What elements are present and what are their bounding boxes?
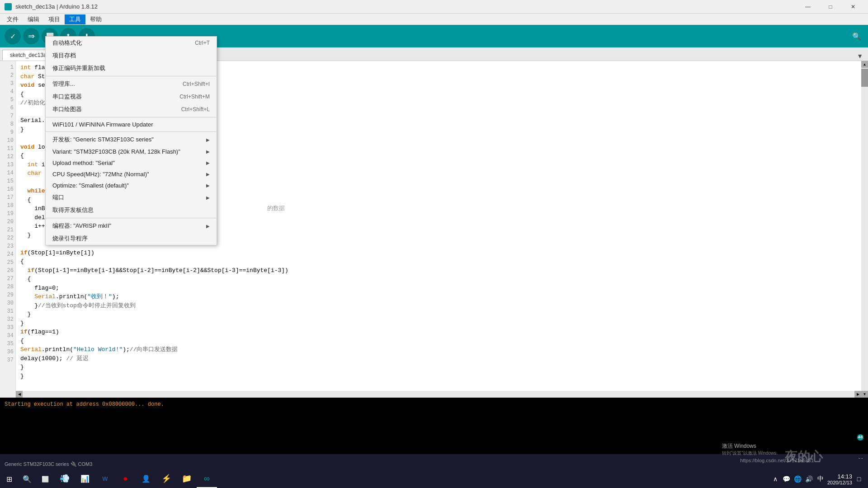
menu-fix-encoding[interactable]: 修正编码并重新加载 (46, 62, 217, 75)
menu-serial-monitor[interactable]: 串口监视器 Ctrl+Shift+M (46, 90, 217, 103)
separator (46, 76, 217, 76)
console-indicator: 48 (857, 434, 863, 441)
scroll-down-arrow[interactable]: ▼ (861, 391, 868, 398)
menu-wifi-updater[interactable]: WiFi101 / WiFiNINA Firmware Updater (46, 119, 217, 130)
menu-bar: 文件 编辑 项目 工具 帮助 (0, 14, 868, 25)
taskbar-user[interactable]: 👤 (136, 470, 156, 488)
taskbar-cortana[interactable]: 💨 (54, 470, 75, 488)
taskbar: ⊞ 🔍 ⬜ 💨 📊 W ● 👤 ⚡ 📁 ∞ ∧ 💬 🌐 🔊 中 14:13 20… (0, 470, 868, 488)
horizontal-scrollbar[interactable]: ◀ ▶ (16, 391, 861, 398)
tools-dropdown-menu: 自动格式化 Ctrl+T 项目存档 修正编码并重新加载 管理库... Ctrl+… (45, 36, 217, 245)
notif-network[interactable]: 🌐 (793, 474, 802, 483)
arduino-icon (5, 3, 12, 10)
maximize-button[interactable]: □ (820, 0, 841, 14)
tab-dropdown[interactable]: ▼ (854, 52, 866, 61)
menu-file[interactable]: 文件 (2, 14, 23, 24)
scroll-up-arrow[interactable]: ▲ (861, 61, 868, 68)
console-output: Starting execution at address 0x08000000… (5, 401, 863, 408)
code-line: } (20, 363, 857, 372)
line-numbers: 1 2 3 4 5 6 7 8 9 10 11 12 13 14 15 16 1… (0, 61, 16, 398)
taskbar-explorer[interactable]: 📁 (176, 470, 197, 488)
search-button[interactable]: 🔍 (850, 29, 863, 43)
blog-url: https://blog.csdn.net/3717155851 (740, 458, 814, 463)
code-line: flag=0; (20, 284, 857, 293)
taskbar-clock[interactable]: 14:13 2020/12/13 (827, 473, 852, 485)
clock-time: 14:13 (827, 473, 852, 480)
menu-manage-libs[interactable]: 管理库... Ctrl+Shift+I (46, 78, 217, 90)
menu-board[interactable]: 开发板: "Generic STM32F103C series" (46, 133, 217, 146)
upload-button[interactable]: ⇒ (23, 28, 39, 44)
notif-action-center[interactable]: □ (854, 474, 863, 483)
taskbar-app4[interactable]: ⚡ (156, 470, 176, 488)
menu-tools[interactable]: 工具 (65, 14, 85, 24)
task-view-button[interactable]: ⬜ (36, 470, 54, 488)
code-line: { (20, 275, 857, 284)
editor-scrollbar[interactable]: ▲ ▼ (861, 61, 868, 398)
menu-programmer[interactable]: 编程器: "AVRISP mkII" (46, 220, 217, 232)
notif-chevron[interactable]: ∧ (771, 474, 780, 483)
code-line: if(flag==1) (20, 328, 857, 337)
separator4 (46, 218, 217, 218)
separator2 (46, 117, 217, 117)
taskbar-arduino[interactable]: ∞ (197, 470, 217, 488)
code-line: } (20, 372, 857, 381)
notif-sound[interactable]: 🔊 (805, 474, 814, 483)
menu-cpu-speed[interactable]: CPU Speed(MHz): "72Mhz (Normal)" (46, 169, 217, 180)
code-line: }//当收到stop命令时停止并回复收到 (20, 301, 857, 310)
title-controls: — □ ✕ (797, 0, 863, 14)
notif-chat[interactable]: 💬 (782, 474, 791, 483)
scroll-thumb[interactable] (861, 69, 868, 87)
code-line: Serial.println("Hello World!");//向串口发送数据 (20, 345, 857, 354)
taskbar-app3[interactable]: ● (115, 470, 136, 488)
menu-variant[interactable]: Variant: "STM32F103CB (20k RAM, 128k Fla… (46, 146, 217, 157)
code-line: } (20, 319, 857, 328)
code-line: if(Stop[i]=inByte[i]) (20, 249, 857, 258)
close-button[interactable]: ✕ (843, 0, 863, 14)
menu-burn-bootloader[interactable]: 烧录引导程序 (46, 232, 217, 245)
separator3 (46, 131, 217, 132)
menu-optimize[interactable]: Optimize: "Smallest (default)" (46, 180, 217, 191)
minimize-button[interactable]: — (797, 0, 818, 14)
notif-ime[interactable]: 中 (816, 474, 825, 483)
taskbar-right: ∧ 💬 🌐 🔊 中 14:13 2020/12/13 □ (771, 473, 868, 485)
board-info: Generic STM32F103C series 🔌 COM3 (5, 461, 92, 467)
menu-serial-plotter[interactable]: 串口绘图器 Ctrl+Shift+L (46, 103, 217, 116)
search-taskbar-button[interactable]: 🔍 (18, 470, 36, 488)
code-line: { (20, 257, 857, 266)
verify-button[interactable]: ✓ (5, 28, 21, 44)
menu-archive[interactable]: 项目存档 (46, 49, 217, 62)
menu-upload-method[interactable]: Upload method: "Serial" (46, 157, 217, 169)
code-line: if(Stop[i-1]==inByte[i-1]&&Stop[i-2]==in… (20, 266, 857, 275)
title-bar-left: sketch_dec13a | Arduino 1.8.12 (5, 3, 98, 10)
scroll-left-arrow[interactable]: ◀ (16, 391, 23, 398)
code-line: Serial.println("收到！"); (20, 292, 857, 301)
status-bar: Generic STM32F103C series 🔌 COM3 (0, 459, 868, 470)
code-line: delay(1000); // 延迟 (20, 354, 857, 363)
menu-project[interactable]: 项目 (44, 14, 65, 24)
menu-help[interactable]: 帮助 (85, 14, 106, 24)
code-line: { (20, 337, 857, 346)
scroll-right-arrow[interactable]: ▶ (854, 391, 861, 398)
window-title: sketch_dec13a | Arduino 1.8.12 (15, 3, 98, 10)
menu-port[interactable]: 端口 (46, 191, 217, 204)
code-line: } (20, 310, 857, 319)
menu-auto-format[interactable]: 自动格式化 Ctrl+T (46, 37, 217, 49)
menu-board-info[interactable]: 取得开发板信息 (46, 204, 217, 216)
taskbar-excel[interactable]: 📊 (75, 470, 95, 488)
clock-date: 2020/12/13 (827, 480, 852, 485)
taskbar-word[interactable]: W (95, 470, 115, 488)
start-button[interactable]: ⊞ (0, 470, 18, 488)
title-bar: sketch_dec13a | Arduino 1.8.12 — □ ✕ (0, 0, 868, 14)
menu-edit[interactable]: 编辑 (23, 14, 44, 24)
